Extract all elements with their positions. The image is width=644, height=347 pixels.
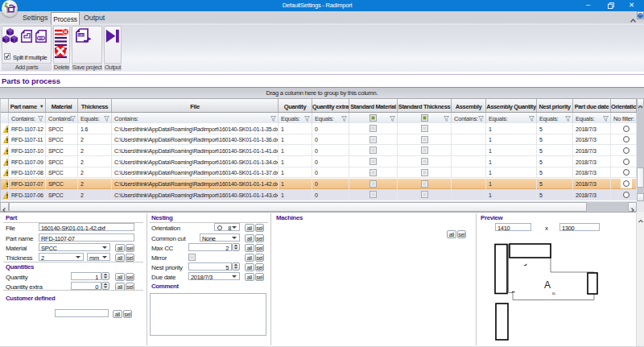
svg-text:DBV: DBV <box>78 34 85 37</box>
svg-text:o.: o. <box>552 291 556 295</box>
svg-text:A: A <box>544 279 551 291</box>
svg-text:DBV: DBV <box>39 37 45 40</box>
